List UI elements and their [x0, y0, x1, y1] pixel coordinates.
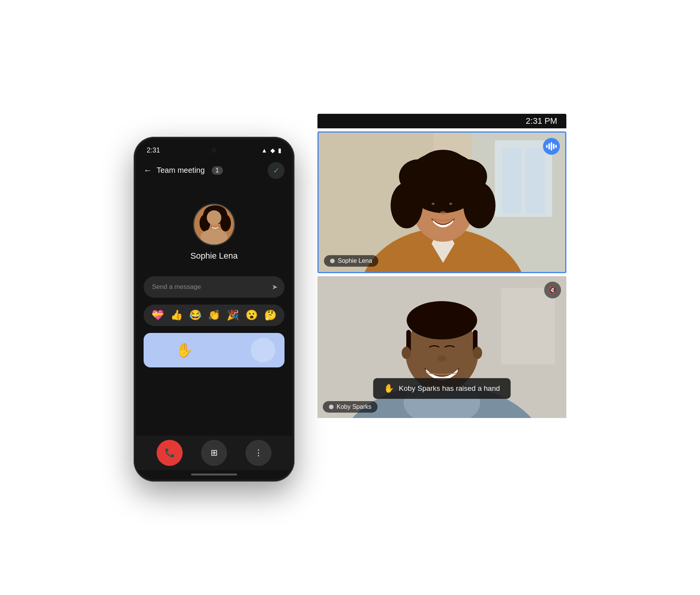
raised-hand-text: Koby Sparks has raised a hand	[399, 384, 500, 393]
svg-point-37	[407, 301, 477, 339]
svg-point-3	[200, 215, 210, 231]
svg-point-27	[432, 203, 435, 205]
svg-point-26	[448, 202, 455, 207]
tablet-status-bar: 2:31 PM	[317, 114, 566, 128]
raise-hand-button[interactable]: ✋	[144, 333, 285, 367]
koby-name-label: Koby Sparks	[337, 403, 371, 410]
video-panels: 2:31 PM	[317, 114, 566, 418]
call-header: ← Team meeting 1 ✓	[136, 158, 292, 184]
svg-point-25	[431, 202, 438, 207]
hand-icon: ✋	[176, 342, 193, 358]
audio-bar-3	[551, 142, 552, 151]
emoji-thinking[interactable]: 🤔	[264, 309, 276, 321]
status-icons: ▲ ◆ ▮	[261, 147, 281, 154]
svg-rect-13	[502, 148, 522, 213]
mic-indicator-koby	[329, 405, 334, 409]
check-button[interactable]: ✓	[268, 162, 285, 179]
muted-indicator: 🔇	[544, 282, 561, 298]
svg-point-7	[210, 221, 213, 224]
svg-point-28	[449, 203, 452, 205]
audio-bar-4	[553, 144, 554, 149]
svg-rect-14	[525, 148, 545, 213]
phone-content: Sophie Lena Send a message ➤ 💝 👍 😂 👏 🎉 😮…	[136, 184, 292, 436]
audio-bar-1	[546, 145, 548, 148]
avatar	[193, 203, 235, 246]
sophie-name-label: Sophie Lena	[338, 257, 372, 264]
emoji-party[interactable]: 🎉	[227, 309, 239, 321]
svg-point-40	[402, 347, 411, 359]
emoji-thumbs-up[interactable]: 👍	[170, 309, 183, 321]
meeting-title: Team meeting	[157, 166, 205, 175]
call-controls: 📞 ⊞ ⋮	[136, 436, 292, 470]
audio-active-indicator	[543, 138, 560, 155]
back-button[interactable]: ←	[144, 166, 152, 175]
home-indicator	[191, 474, 237, 475]
end-call-icon: 📞	[165, 448, 175, 458]
hand-button-indicator	[251, 338, 275, 362]
send-button[interactable]: ➤	[272, 283, 278, 291]
video-panel-sophie[interactable]: Sophie Lena	[317, 131, 566, 273]
emoji-laugh[interactable]: 😂	[189, 309, 201, 321]
emoji-surprised[interactable]: 😮	[245, 309, 258, 321]
signal-icon: ▲	[261, 147, 267, 154]
phone-time: 2:31	[147, 146, 160, 154]
koby-name-badge: Koby Sparks	[323, 401, 378, 413]
raised-hand-icon: ✋	[384, 384, 394, 393]
tablet-time: 2:31 PM	[526, 116, 557, 126]
sophie-name-badge: Sophie Lena	[324, 255, 378, 267]
svg-point-42	[437, 356, 446, 362]
participant-name: Sophie Lena	[190, 251, 238, 261]
raised-hand-notification: ✋ Koby Sparks has raised a hand	[373, 378, 510, 399]
message-placeholder: Send a message	[152, 283, 272, 291]
emoji-clap[interactable]: 👏	[208, 309, 220, 321]
participant-avatar-container: Sophie Lena	[190, 203, 238, 261]
end-call-button[interactable]: 📞	[157, 440, 183, 466]
check-icon: ✓	[273, 166, 280, 175]
avatar-image	[194, 205, 234, 244]
mute-icon: 🔇	[548, 286, 557, 294]
notification-count: 1	[212, 166, 223, 175]
svg-point-24	[416, 150, 470, 192]
video-panel-koby[interactable]: Koby Sparks 🔇 ✋ Koby Sparks has raised a…	[317, 276, 566, 418]
message-input-bar[interactable]: Send a message ➤	[144, 276, 285, 298]
svg-point-29	[440, 211, 446, 215]
more-icon: ⋮	[254, 448, 263, 458]
audio-bar-5	[555, 145, 557, 148]
layout-icon: ⊞	[211, 448, 218, 458]
emoji-heart[interactable]: 💝	[152, 309, 164, 321]
phone-device: 2:31 ▲ ◆ ▮ ← Team meeting 1 ✓	[134, 137, 294, 482]
svg-point-5	[204, 205, 227, 221]
battery-icon: ▮	[278, 147, 281, 154]
svg-point-6	[198, 233, 232, 246]
audio-bar-2	[548, 143, 550, 149]
audio-bars	[546, 142, 557, 151]
more-options-button[interactable]: ⋮	[245, 440, 271, 466]
svg-rect-32	[501, 288, 555, 364]
emoji-reaction-bar: 💝 👍 😂 👏 🎉 😮 🤔	[144, 305, 285, 326]
wifi-icon: ◆	[270, 147, 275, 154]
phone-camera	[211, 148, 217, 153]
layout-button[interactable]: ⊞	[201, 440, 227, 466]
sophie-video-feed	[319, 133, 565, 272]
mic-indicator	[330, 259, 335, 263]
svg-point-8	[217, 221, 220, 224]
svg-point-41	[473, 347, 482, 359]
home-indicator-bar	[136, 470, 292, 479]
